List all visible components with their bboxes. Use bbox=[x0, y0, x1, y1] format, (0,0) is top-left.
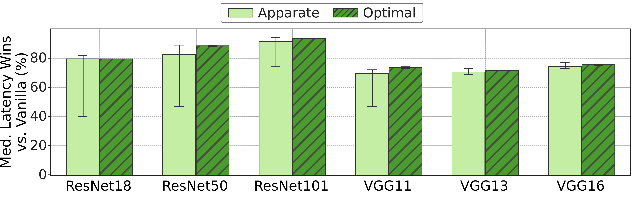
x-tick-label: ResNet101 bbox=[254, 178, 329, 194]
x-tick-label: VGG16 bbox=[556, 178, 605, 194]
errorbar-cap bbox=[271, 66, 280, 67]
bar-optimal-vgg16 bbox=[582, 64, 615, 175]
bar-optimal-vgg11 bbox=[389, 67, 422, 175]
errorbar-cap bbox=[174, 44, 184, 46]
errorbar bbox=[179, 46, 180, 107]
legend-label-apparate: Apparate bbox=[258, 5, 320, 21]
gridline bbox=[51, 116, 630, 117]
legend: Apparate Optimal bbox=[221, 3, 423, 23]
errorbar-cap bbox=[78, 55, 88, 56]
bar-optimal-resnet101 bbox=[292, 38, 326, 175]
errorbar-cap bbox=[401, 66, 410, 67]
gridline bbox=[51, 58, 630, 58]
errorbar-cap bbox=[367, 70, 377, 70]
bar-apparate-vgg16 bbox=[548, 66, 582, 176]
errorbar-cap bbox=[78, 116, 88, 117]
errorbar-cap bbox=[174, 106, 184, 107]
x-tick-label: ResNet50 bbox=[162, 178, 228, 194]
errorbar-cap bbox=[367, 106, 377, 107]
legend-label-optimal: Optimal bbox=[363, 5, 416, 21]
legend-item-optimal: Optimal bbox=[333, 5, 416, 21]
errorbar-cap bbox=[271, 37, 280, 38]
chart: Apparate Optimal Med. Latency Wins vs. V… bbox=[0, 0, 644, 204]
errorbar bbox=[276, 38, 276, 67]
legend-swatch-apparate bbox=[228, 8, 253, 18]
errorbar bbox=[372, 70, 373, 107]
bar-optimal-resnet50 bbox=[196, 46, 230, 175]
y-tick-label: 80 bbox=[24, 50, 47, 66]
errorbar-cap bbox=[464, 68, 473, 69]
errorbar-cap bbox=[560, 62, 570, 63]
errorbar-cap bbox=[208, 44, 217, 46]
gridline bbox=[51, 146, 630, 146]
x-tick-label: VGG13 bbox=[460, 178, 508, 194]
bar-apparate-vgg13 bbox=[452, 72, 485, 175]
errorbar bbox=[83, 56, 84, 117]
y-tick-label: 40 bbox=[24, 108, 47, 124]
legend-item-apparate: Apparate bbox=[228, 5, 320, 21]
gridline bbox=[51, 87, 630, 88]
plot-area bbox=[50, 28, 630, 176]
y-axis-label-line1: Med. Latency Wins bbox=[0, 36, 14, 168]
errorbar-cap bbox=[401, 68, 410, 69]
bar-optimal-resnet18 bbox=[100, 58, 133, 175]
y-axis-label-line2: vs. Vanilla (%) bbox=[13, 52, 29, 152]
errorbar-cap bbox=[594, 64, 603, 64]
y-tick-label: 20 bbox=[24, 138, 47, 153]
errorbar-cap bbox=[464, 74, 473, 75]
x-tick-label: ResNet18 bbox=[66, 178, 132, 194]
y-tick-label: 60 bbox=[24, 79, 47, 95]
errorbar-cap bbox=[560, 68, 570, 69]
y-tick-label: 0 bbox=[24, 167, 47, 182]
x-tick-label: VGG11 bbox=[364, 178, 412, 194]
errorbar-cap bbox=[208, 46, 217, 47]
legend-swatch-optimal bbox=[333, 8, 358, 18]
errorbar-cap bbox=[594, 65, 603, 66]
bar-optimal-vgg13 bbox=[485, 70, 519, 175]
gridline bbox=[51, 175, 630, 175]
